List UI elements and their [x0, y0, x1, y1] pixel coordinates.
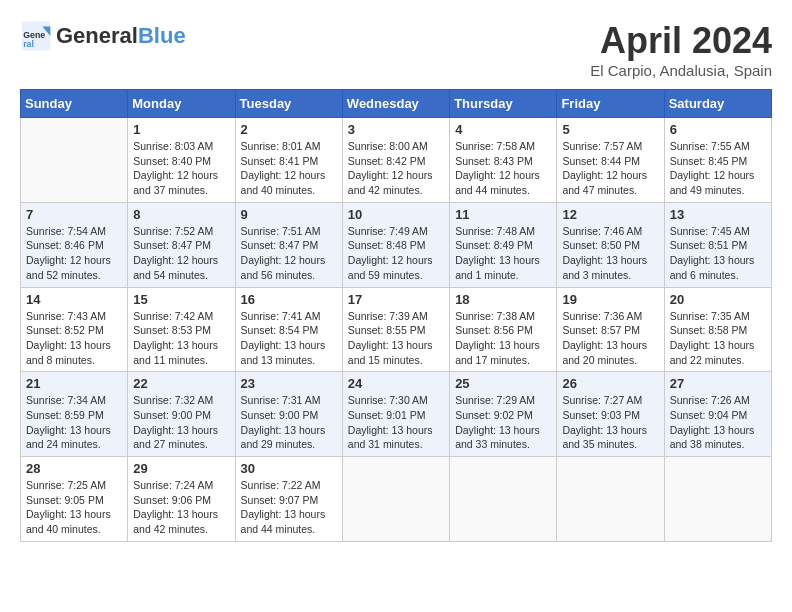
weekday-header-row: SundayMondayTuesdayWednesdayThursdayFrid…: [21, 90, 772, 118]
calendar-week-row: 28Sunrise: 7:25 AMSunset: 9:05 PMDayligh…: [21, 457, 772, 542]
day-number: 11: [455, 207, 551, 222]
calendar-cell: 14Sunrise: 7:43 AMSunset: 8:52 PMDayligh…: [21, 287, 128, 372]
cell-info: Sunrise: 7:27 AMSunset: 9:03 PMDaylight:…: [562, 393, 658, 452]
calendar-cell: 15Sunrise: 7:42 AMSunset: 8:53 PMDayligh…: [128, 287, 235, 372]
cell-info: Sunrise: 7:38 AMSunset: 8:56 PMDaylight:…: [455, 309, 551, 368]
weekday-header-monday: Monday: [128, 90, 235, 118]
day-number: 22: [133, 376, 229, 391]
calendar-cell: 1Sunrise: 8:03 AMSunset: 8:40 PMDaylight…: [128, 118, 235, 203]
calendar-cell: 21Sunrise: 7:34 AMSunset: 8:59 PMDayligh…: [21, 372, 128, 457]
cell-info: Sunrise: 7:31 AMSunset: 9:00 PMDaylight:…: [241, 393, 337, 452]
day-number: 18: [455, 292, 551, 307]
calendar-cell: 10Sunrise: 7:49 AMSunset: 8:48 PMDayligh…: [342, 202, 449, 287]
day-number: 4: [455, 122, 551, 137]
cell-info: Sunrise: 7:54 AMSunset: 8:46 PMDaylight:…: [26, 224, 122, 283]
cell-info: Sunrise: 7:49 AMSunset: 8:48 PMDaylight:…: [348, 224, 444, 283]
calendar-cell: 8Sunrise: 7:52 AMSunset: 8:47 PMDaylight…: [128, 202, 235, 287]
weekday-header-friday: Friday: [557, 90, 664, 118]
cell-info: Sunrise: 7:46 AMSunset: 8:50 PMDaylight:…: [562, 224, 658, 283]
weekday-header-sunday: Sunday: [21, 90, 128, 118]
cell-info: Sunrise: 7:57 AMSunset: 8:44 PMDaylight:…: [562, 139, 658, 198]
weekday-header-thursday: Thursday: [450, 90, 557, 118]
day-number: 28: [26, 461, 122, 476]
calendar-week-row: 1Sunrise: 8:03 AMSunset: 8:40 PMDaylight…: [21, 118, 772, 203]
cell-info: Sunrise: 7:48 AMSunset: 8:49 PMDaylight:…: [455, 224, 551, 283]
cell-info: Sunrise: 7:52 AMSunset: 8:47 PMDaylight:…: [133, 224, 229, 283]
day-number: 27: [670, 376, 766, 391]
cell-info: Sunrise: 8:01 AMSunset: 8:41 PMDaylight:…: [241, 139, 337, 198]
cell-info: Sunrise: 7:41 AMSunset: 8:54 PMDaylight:…: [241, 309, 337, 368]
day-number: 10: [348, 207, 444, 222]
calendar-cell: 13Sunrise: 7:45 AMSunset: 8:51 PMDayligh…: [664, 202, 771, 287]
calendar-cell: [21, 118, 128, 203]
calendar-cell: 28Sunrise: 7:25 AMSunset: 9:05 PMDayligh…: [21, 457, 128, 542]
cell-info: Sunrise: 7:22 AMSunset: 9:07 PMDaylight:…: [241, 478, 337, 537]
cell-info: Sunrise: 7:29 AMSunset: 9:02 PMDaylight:…: [455, 393, 551, 452]
day-number: 14: [26, 292, 122, 307]
cell-info: Sunrise: 7:51 AMSunset: 8:47 PMDaylight:…: [241, 224, 337, 283]
calendar-cell: 22Sunrise: 7:32 AMSunset: 9:00 PMDayligh…: [128, 372, 235, 457]
cell-info: Sunrise: 7:25 AMSunset: 9:05 PMDaylight:…: [26, 478, 122, 537]
calendar-cell: 23Sunrise: 7:31 AMSunset: 9:00 PMDayligh…: [235, 372, 342, 457]
calendar-cell: 12Sunrise: 7:46 AMSunset: 8:50 PMDayligh…: [557, 202, 664, 287]
cell-info: Sunrise: 7:30 AMSunset: 9:01 PMDaylight:…: [348, 393, 444, 452]
month-title: April 2024: [590, 20, 772, 62]
calendar-cell: [342, 457, 449, 542]
logo-text: GeneralBlue: [56, 24, 186, 48]
calendar-cell: [664, 457, 771, 542]
calendar-cell: 9Sunrise: 7:51 AMSunset: 8:47 PMDaylight…: [235, 202, 342, 287]
day-number: 8: [133, 207, 229, 222]
calendar-cell: 5Sunrise: 7:57 AMSunset: 8:44 PMDaylight…: [557, 118, 664, 203]
calendar-cell: 25Sunrise: 7:29 AMSunset: 9:02 PMDayligh…: [450, 372, 557, 457]
calendar-cell: 24Sunrise: 7:30 AMSunset: 9:01 PMDayligh…: [342, 372, 449, 457]
calendar-cell: 11Sunrise: 7:48 AMSunset: 8:49 PMDayligh…: [450, 202, 557, 287]
day-number: 5: [562, 122, 658, 137]
day-number: 25: [455, 376, 551, 391]
weekday-header-saturday: Saturday: [664, 90, 771, 118]
cell-info: Sunrise: 7:43 AMSunset: 8:52 PMDaylight:…: [26, 309, 122, 368]
location-title: El Carpio, Andalusia, Spain: [590, 62, 772, 79]
cell-info: Sunrise: 7:24 AMSunset: 9:06 PMDaylight:…: [133, 478, 229, 537]
day-number: 20: [670, 292, 766, 307]
calendar-week-row: 14Sunrise: 7:43 AMSunset: 8:52 PMDayligh…: [21, 287, 772, 372]
day-number: 15: [133, 292, 229, 307]
calendar-cell: 20Sunrise: 7:35 AMSunset: 8:58 PMDayligh…: [664, 287, 771, 372]
logo: Gene ral GeneralBlue: [20, 20, 186, 52]
day-number: 19: [562, 292, 658, 307]
cell-info: Sunrise: 7:32 AMSunset: 9:00 PMDaylight:…: [133, 393, 229, 452]
calendar-cell: 27Sunrise: 7:26 AMSunset: 9:04 PMDayligh…: [664, 372, 771, 457]
day-number: 24: [348, 376, 444, 391]
calendar-cell: [450, 457, 557, 542]
logo-icon: Gene ral: [20, 20, 52, 52]
day-number: 26: [562, 376, 658, 391]
weekday-header-tuesday: Tuesday: [235, 90, 342, 118]
day-number: 13: [670, 207, 766, 222]
title-area: April 2024 El Carpio, Andalusia, Spain: [590, 20, 772, 79]
page-header: Gene ral GeneralBlue April 2024 El Carpi…: [20, 20, 772, 79]
calendar-week-row: 21Sunrise: 7:34 AMSunset: 8:59 PMDayligh…: [21, 372, 772, 457]
calendar-cell: 18Sunrise: 7:38 AMSunset: 8:56 PMDayligh…: [450, 287, 557, 372]
cell-info: Sunrise: 7:26 AMSunset: 9:04 PMDaylight:…: [670, 393, 766, 452]
calendar-cell: 4Sunrise: 7:58 AMSunset: 8:43 PMDaylight…: [450, 118, 557, 203]
calendar-cell: 26Sunrise: 7:27 AMSunset: 9:03 PMDayligh…: [557, 372, 664, 457]
cell-info: Sunrise: 7:55 AMSunset: 8:45 PMDaylight:…: [670, 139, 766, 198]
calendar-cell: 30Sunrise: 7:22 AMSunset: 9:07 PMDayligh…: [235, 457, 342, 542]
cell-info: Sunrise: 8:00 AMSunset: 8:42 PMDaylight:…: [348, 139, 444, 198]
day-number: 21: [26, 376, 122, 391]
calendar-cell: [557, 457, 664, 542]
day-number: 12: [562, 207, 658, 222]
day-number: 6: [670, 122, 766, 137]
cell-info: Sunrise: 7:45 AMSunset: 8:51 PMDaylight:…: [670, 224, 766, 283]
day-number: 9: [241, 207, 337, 222]
calendar-table: SundayMondayTuesdayWednesdayThursdayFrid…: [20, 89, 772, 542]
calendar-cell: 29Sunrise: 7:24 AMSunset: 9:06 PMDayligh…: [128, 457, 235, 542]
day-number: 30: [241, 461, 337, 476]
calendar-cell: 19Sunrise: 7:36 AMSunset: 8:57 PMDayligh…: [557, 287, 664, 372]
calendar-cell: 6Sunrise: 7:55 AMSunset: 8:45 PMDaylight…: [664, 118, 771, 203]
calendar-cell: 3Sunrise: 8:00 AMSunset: 8:42 PMDaylight…: [342, 118, 449, 203]
day-number: 2: [241, 122, 337, 137]
day-number: 16: [241, 292, 337, 307]
cell-info: Sunrise: 7:42 AMSunset: 8:53 PMDaylight:…: [133, 309, 229, 368]
svg-text:ral: ral: [23, 39, 34, 49]
calendar-week-row: 7Sunrise: 7:54 AMSunset: 8:46 PMDaylight…: [21, 202, 772, 287]
